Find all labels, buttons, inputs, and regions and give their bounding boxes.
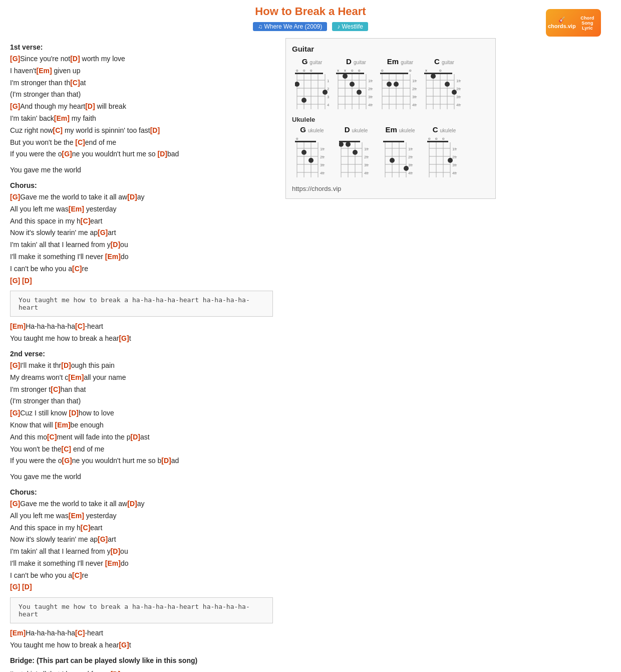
svg-text:3fr: 3fr bbox=[452, 163, 457, 167]
svg-text:2fr: 2fr bbox=[320, 155, 325, 159]
chord-diagram-C-ukulele: C ukulele o o o bbox=[424, 125, 464, 180]
lyrics-line: [Em]Ha-ha-ha-ha-ha[C]-heart bbox=[10, 321, 275, 333]
lyrics-line: [G]I'll make it thr[D]ough this pain bbox=[10, 360, 275, 372]
chord-svg: o o 1fr bbox=[380, 67, 420, 112]
chord: [Em] bbox=[68, 373, 84, 381]
chorus-box-2: You taught me how to break a ha-ha-ha-ha… bbox=[10, 597, 273, 623]
chord-name-row: D ukulele bbox=[345, 125, 368, 134]
lyrics-line: [Em]Ha-ha-ha-ha-ha[C]-heart bbox=[10, 627, 275, 639]
svg-point-36 bbox=[357, 90, 362, 95]
chord-diagram-Em-guitar: Em guitar o o bbox=[380, 57, 420, 112]
chord: [G] bbox=[10, 277, 20, 285]
lyrics-line: [G]And though my heart[D] will break bbox=[10, 101, 275, 113]
chord: [Em] bbox=[69, 205, 84, 213]
chorus-label: Chorus: bbox=[10, 181, 275, 189]
lyrics-line: But you won't be the [C]end of me bbox=[10, 137, 275, 149]
chord-svg: 1fr 2fr 3fr 4fr bbox=[383, 135, 417, 180]
ukulele-chords-row: G ukulele o bbox=[292, 125, 489, 180]
svg-text:o: o bbox=[435, 136, 438, 141]
chord: [C] bbox=[53, 126, 63, 134]
svg-text:3fr: 3fr bbox=[408, 163, 413, 167]
svg-rect-3 bbox=[295, 73, 323, 74]
lyrics-line: Cuz right now[C] my world is spinnin' to… bbox=[10, 125, 275, 137]
svg-point-104 bbox=[346, 142, 351, 147]
svg-rect-61 bbox=[424, 73, 452, 74]
svg-text:1fr: 1fr bbox=[456, 79, 461, 83]
chord-type: guitar bbox=[442, 60, 454, 65]
page-title: How to Break a Heart bbox=[10, 5, 611, 18]
chord-type: ukulele bbox=[440, 128, 456, 133]
chord: [D] bbox=[111, 670, 120, 672]
album-badge[interactable]: ♫ Where We Are (2009) bbox=[253, 22, 327, 31]
chord-diagram-Em-ukulele: Em ukulele bbox=[380, 125, 420, 180]
chord: [Em] bbox=[10, 629, 26, 637]
chord-name-row: Em guitar bbox=[387, 57, 413, 66]
chord-type: ukulele bbox=[399, 128, 415, 133]
svg-point-54 bbox=[394, 82, 399, 87]
lyrics-line: You won't be the[C] end of me bbox=[10, 443, 275, 456]
verse1-label: 1st verse: bbox=[10, 43, 275, 51]
lyrics-line: All you left me was[Em] yesterday bbox=[10, 510, 275, 522]
svg-text:3fr: 3fr bbox=[327, 95, 329, 99]
lyrics-line: My dreams won't c[Em]all your name bbox=[10, 372, 275, 384]
svg-text:4fr: 4fr bbox=[320, 171, 325, 175]
world-line-1: You gave me the world bbox=[10, 164, 275, 176]
svg-point-13 bbox=[295, 82, 299, 87]
chord: [G] bbox=[98, 229, 108, 237]
svg-point-105 bbox=[353, 150, 358, 155]
chorus2-label: Chorus: bbox=[10, 488, 275, 496]
chord: [G] bbox=[10, 500, 20, 508]
chord: [Em] bbox=[10, 322, 26, 330]
lyrics-line: I haven't[Em] given up bbox=[10, 65, 275, 77]
chord: [D] bbox=[111, 547, 120, 555]
artist-badge[interactable]: ♪ Westlife bbox=[332, 22, 368, 31]
chord: [D] bbox=[127, 500, 137, 508]
svg-text:1fr: 1fr bbox=[452, 147, 457, 151]
chord-url[interactable]: https://chords.vip bbox=[292, 185, 489, 192]
chord: [C] bbox=[70, 79, 80, 87]
svg-rect-43 bbox=[380, 73, 408, 74]
lyrics-line: I'm takin' back[Em] my faith bbox=[10, 113, 275, 125]
svg-text:3fr: 3fr bbox=[364, 163, 369, 167]
chord-diagram-C-guitar: C guitar x o bbox=[424, 57, 464, 112]
lyrics-line: And this space in my h[C]eart bbox=[10, 215, 275, 228]
chord: [G] bbox=[10, 361, 20, 369]
world-line-2: You gave me the world bbox=[10, 471, 275, 483]
chord-svg: x o bbox=[424, 67, 464, 112]
svg-point-88 bbox=[301, 150, 306, 155]
badges-row: ♫ Where We Are (2009) ♪ Westlife bbox=[10, 22, 611, 31]
svg-rect-128 bbox=[427, 141, 448, 142]
lyrics-line: [G]Cuz I still know [D]how to love bbox=[10, 407, 275, 419]
lyrics-line: And this mo[C]ment will fade into the p[… bbox=[10, 431, 275, 443]
svg-text:1fr: 1fr bbox=[364, 147, 369, 151]
lyrics-line: I can't be who you a[C]re bbox=[10, 263, 275, 275]
chord-name: Em bbox=[387, 57, 399, 66]
svg-rect-110 bbox=[383, 141, 404, 142]
svg-text:o: o bbox=[439, 68, 442, 73]
lyrics-line: Now it's slowly tearin' me ap[G]art bbox=[10, 227, 275, 239]
svg-text:x: x bbox=[425, 68, 427, 73]
chord: [D] bbox=[70, 55, 80, 63]
lyrics-line: Now it's slowly tearin' me ap[G]art bbox=[10, 534, 275, 546]
chord: [G] bbox=[10, 193, 20, 201]
chord: [Em] bbox=[54, 114, 70, 122]
chord-name-row: C ukulele bbox=[433, 125, 456, 134]
svg-text:o: o bbox=[296, 136, 298, 141]
lyrics-line: [G] [D] bbox=[10, 581, 275, 593]
chord-diagram-D-ukulele: D ukulele bbox=[336, 125, 376, 180]
chord: [G] bbox=[98, 535, 108, 543]
svg-text:4fr: 4fr bbox=[327, 103, 329, 107]
chord-type: ukulele bbox=[308, 128, 324, 133]
chord: [D] bbox=[22, 277, 32, 285]
svg-text:4fr: 4fr bbox=[412, 103, 417, 107]
header-area: How to Break a Heart ♫ Where We Are (200… bbox=[10, 5, 611, 31]
svg-point-34 bbox=[343, 74, 348, 79]
chord-name-row: G ukulele bbox=[300, 125, 324, 134]
chord: [C] bbox=[51, 385, 60, 393]
svg-text:3fr: 3fr bbox=[368, 95, 373, 99]
chord-diagram-G-guitar: G guitar o o o bbox=[292, 57, 332, 112]
chord: [D] bbox=[22, 583, 32, 591]
chord-svg: 1fr 2fr 3fr 4fr bbox=[339, 135, 373, 180]
chord: [Em] bbox=[55, 421, 70, 429]
chord-panel: Guitar G guitar o o o bbox=[285, 38, 496, 199]
